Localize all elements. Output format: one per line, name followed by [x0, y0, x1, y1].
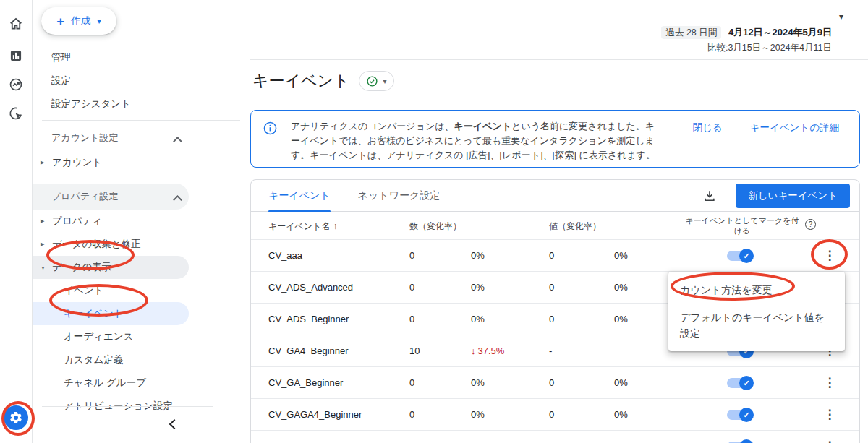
triangle-down-icon: ▼ [41, 265, 52, 270]
collapse-sidebar-button[interactable] [164, 416, 184, 433]
ga4-admin-page: + 作成 ▾ 管理 設定 設定アシスタント アカウント設定 ▶ アカウント [0, 0, 868, 443]
new-key-event-button[interactable]: 新しいキーイベント [736, 184, 850, 208]
banner-close-link[interactable]: 閉じる [692, 121, 722, 134]
sidebar-item-property[interactable]: ▶ プロパティ [33, 210, 250, 233]
sidebar-item-key-events[interactable]: キーイベント [33, 302, 189, 325]
tabbar: キーイベント ネットワーク設定 新しいキーイベント [251, 180, 859, 212]
info-banner: アナリティクスのコンバージョンは、キーイベントという名前に変更されました。キーイ… [250, 110, 860, 168]
divider [42, 120, 240, 121]
sort-asc-icon: ↑ [333, 221, 337, 231]
tab-key-events[interactable]: キーイベント [268, 180, 331, 212]
date-range-value: 4月12日～2024年5月9日 [728, 27, 832, 38]
caret-down-icon: ▾ [97, 17, 101, 26]
key-event-name: CV_ADS_Beginner [268, 314, 349, 324]
home-icon[interactable] [7, 15, 25, 33]
sidebar-item-account[interactable]: ▶ アカウント [33, 151, 250, 174]
section-account-settings[interactable]: アカウント設定 [33, 125, 250, 151]
sidebar-item-events[interactable]: イベント [33, 279, 250, 302]
menu-item-set-default-value[interactable]: デフォルトのキーイベント値を設定 [668, 304, 845, 347]
row-context-menu: カウント方法を変更 デフォルトのキーイベント値を設定 [668, 272, 845, 351]
sidebar-item-data-display[interactable]: ▼ データの表示 [33, 256, 189, 279]
sidebar-item-settings[interactable]: 設定 [33, 69, 250, 93]
sidebar-item-channel-groups[interactable]: チャネル グループ [33, 371, 250, 395]
banner-message: アナリティクスのコンバージョンは、キーイベントという名前に変更されました。キーイ… [291, 119, 660, 163]
mark-toggle[interactable]: ✓ [725, 377, 754, 389]
key-event-name: CV_GAGA4_Beginner [268, 409, 362, 420]
chevron-up-icon [174, 194, 181, 205]
chevron-left-icon [169, 419, 179, 429]
nav-rail [0, 0, 33, 443]
date-compare-value: 比較:3月15日～2024年4月11日 [661, 42, 832, 54]
triangle-right-icon: ▶ [41, 218, 52, 224]
date-range-selector[interactable]: 過去 28 日間 4月12日～2024年5月9日 比較:3月15日～2024年4… [661, 26, 832, 54]
table-row: CV_SNS_Advanced 3 ↓40.0% - ✓ ⋮ [251, 431, 859, 443]
caret-down-icon: ▾ [839, 12, 843, 22]
sidebar-item-custom-definitions[interactable]: カスタム定義 [33, 348, 250, 371]
row-menu-button[interactable]: ⋮ [821, 246, 838, 264]
table-row: CV_aaa 0 0% 0 0% ✓ ⋮ [251, 240, 859, 272]
toggle-check-icon: ✓ [739, 408, 754, 422]
menu-item-change-counting-method[interactable]: カウント方法を変更 [668, 276, 845, 304]
divider [250, 59, 868, 60]
page-title: キーイベント [252, 70, 350, 92]
explore-icon[interactable] [7, 76, 25, 93]
status-dropdown[interactable]: ▾ [359, 71, 394, 91]
triangle-right-icon: ▶ [41, 241, 52, 247]
key-event-name: CV_aaa [268, 250, 302, 261]
table-header-row: キーイベント名↑ 数（変化率） 値（変化率） キーイベントとしてマークを付ける … [251, 212, 859, 240]
mark-toggle[interactable]: ✓ [725, 250, 754, 262]
admin-sidebar: + 作成 ▾ 管理 設定 設定アシスタント アカウント設定 ▶ アカウント [33, 0, 250, 443]
triangle-right-icon: ▶ [41, 160, 52, 165]
column-header-value: 値（変化率） [549, 220, 601, 233]
info-icon [263, 121, 278, 136]
key-event-name: CV_GA4_Beginner [268, 345, 349, 356]
section-property-settings[interactable]: プロパティ設定 [33, 184, 189, 210]
reports-icon[interactable] [7, 47, 25, 64]
toggle-check-icon: ✓ [739, 376, 754, 390]
table-row: CV_GA_Beginner 0 0% 0 0% ✓ ⋮ [251, 367, 859, 399]
caret-down-icon: ▾ [383, 77, 387, 85]
sidebar-item-audiences[interactable]: オーディエンス [33, 325, 250, 348]
key-event-name: CV_GA_Beginner [268, 377, 343, 388]
column-header-name[interactable]: キーイベント名↑ [268, 220, 337, 233]
key-event-name: CV_ADS_Advanced [268, 282, 353, 293]
date-range-preset: 過去 28 日間 [661, 26, 721, 39]
divider [42, 406, 213, 407]
sidebar-item-setup-assistant[interactable]: 設定アシスタント [33, 93, 250, 116]
banner-details-link[interactable]: キーイベントの詳細 [750, 121, 839, 134]
check-circle-icon [366, 75, 378, 87]
main-content: 過去 28 日間 4月12日～2024年5月9日 比較:3月15日～2024年4… [250, 0, 868, 443]
table-row: CV_GAGA4_Beginner 0 0% 0 0% ✓ ⋮ [251, 399, 859, 431]
row-menu-button[interactable]: ⋮ [821, 374, 838, 391]
advertising-icon[interactable] [7, 105, 25, 122]
sidebar-item-data-collection[interactable]: ▶ データの収集と修正 [33, 233, 250, 256]
help-icon[interactable]: ? [805, 219, 816, 230]
down-arrow-icon: ↓ [471, 345, 476, 356]
row-menu-button[interactable]: ⋮ [821, 437, 838, 443]
download-icon[interactable] [701, 187, 718, 205]
toggle-check-icon: ✓ [739, 439, 754, 443]
column-header-mark: キーイベントとしてマークを付ける [684, 215, 801, 236]
admin-gear-icon[interactable] [4, 405, 28, 430]
sidebar-item-admin[interactable]: 管理 [33, 46, 250, 69]
toggle-check-icon: ✓ [739, 249, 754, 263]
chevron-up-icon [174, 136, 181, 147]
mark-toggle[interactable]: ✓ [725, 409, 754, 421]
divider [42, 179, 240, 179]
plus-icon: + [56, 14, 64, 28]
row-menu-button[interactable]: ⋮ [821, 405, 838, 423]
column-header-count: 数（変化率） [409, 220, 461, 233]
tab-network-settings[interactable]: ネットワーク設定 [358, 180, 441, 212]
create-button[interactable]: + 作成 ▾ [41, 7, 116, 35]
